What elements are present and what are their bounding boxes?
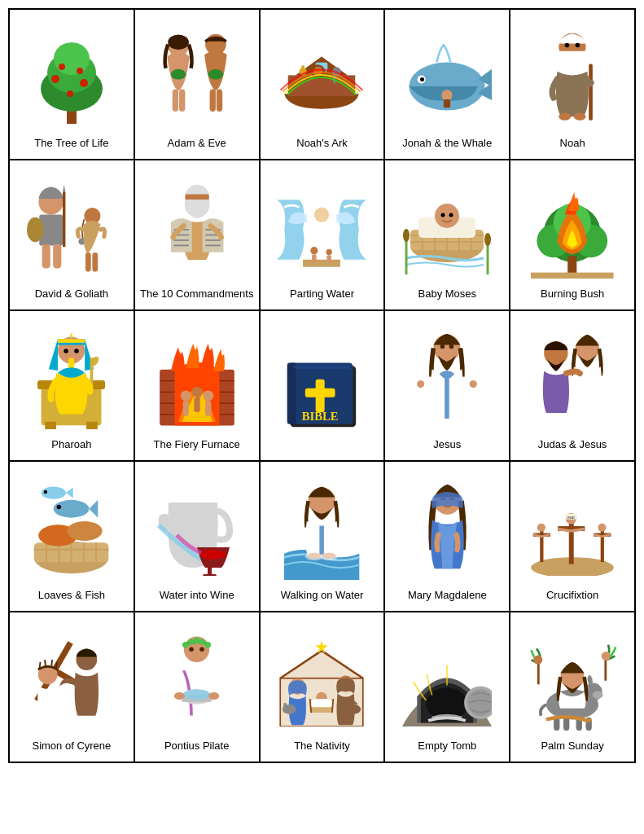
image-simon-cyrene bbox=[13, 629, 130, 735]
svg-point-34 bbox=[586, 52, 601, 61]
cell-nativity[interactable]: The Nativity bbox=[261, 612, 386, 763]
cell-fiery-furnace[interactable]: The Fiery Furnace bbox=[135, 311, 261, 462]
label-burning-bush: Burning Bush bbox=[541, 288, 604, 301]
svg-point-15 bbox=[208, 68, 222, 79]
svg-point-3 bbox=[54, 42, 90, 75]
label-palm-sunday: Palm Sunday bbox=[541, 740, 603, 753]
svg-point-179 bbox=[199, 639, 204, 645]
cell-jonah-whale[interactable]: Jonah & the Whale bbox=[385, 10, 510, 160]
svg-point-177 bbox=[189, 639, 195, 645]
svg-point-139 bbox=[67, 521, 103, 541]
svg-point-178 bbox=[194, 638, 199, 643]
svg-rect-42 bbox=[42, 244, 50, 269]
cell-noah[interactable]: Noah bbox=[510, 10, 636, 160]
svg-rect-21 bbox=[302, 66, 305, 73]
svg-point-185 bbox=[183, 689, 210, 700]
label-mary-magdalene: Mary Magdalene bbox=[408, 589, 487, 603]
svg-point-217 bbox=[602, 652, 611, 661]
svg-point-143 bbox=[44, 490, 47, 494]
label-adam-eve: Adam & Eve bbox=[168, 137, 226, 151]
image-jonah-whale bbox=[388, 26, 506, 132]
svg-point-96 bbox=[75, 349, 80, 353]
svg-point-95 bbox=[64, 349, 69, 353]
svg-point-141 bbox=[57, 505, 61, 509]
cell-noahs-ark[interactable]: Noah's Ark bbox=[261, 10, 386, 160]
cell-loaves-fish[interactable]: Loaves & Fish bbox=[10, 462, 135, 612]
cell-david-goliath[interactable]: David & Goliath bbox=[10, 160, 135, 311]
svg-rect-90 bbox=[46, 422, 57, 429]
image-walking-water bbox=[264, 478, 381, 584]
image-palm-sunday bbox=[514, 629, 631, 735]
image-noahs-ark bbox=[264, 26, 381, 132]
svg-point-123 bbox=[440, 345, 445, 349]
label-empty-tomb: Empty Tomb bbox=[418, 740, 476, 753]
cell-simon-cyrene[interactable]: Simon of Cyrene bbox=[10, 612, 135, 763]
svg-point-61 bbox=[311, 247, 318, 254]
svg-point-63 bbox=[326, 249, 332, 255]
svg-point-127 bbox=[470, 380, 477, 388]
svg-point-181 bbox=[189, 647, 194, 652]
label-baby-moses: Baby Moses bbox=[418, 288, 477, 301]
image-david-goliath bbox=[13, 177, 130, 283]
svg-point-60 bbox=[314, 208, 329, 222]
svg-text:BIBLE: BIBLE bbox=[302, 410, 339, 423]
svg-rect-29 bbox=[444, 99, 450, 108]
cell-baby-moses[interactable]: Baby Moses bbox=[385, 160, 510, 311]
svg-point-182 bbox=[199, 647, 204, 652]
cell-mary-magdalene[interactable]: Mary Magdalene bbox=[385, 462, 510, 612]
cell-burning-bush[interactable]: Burning Bush bbox=[510, 160, 636, 311]
svg-point-79 bbox=[403, 229, 410, 242]
image-nativity bbox=[264, 629, 381, 735]
image-parting-water bbox=[264, 177, 381, 283]
svg-rect-145 bbox=[203, 574, 217, 576]
cell-parting-water[interactable]: Parting Water bbox=[261, 160, 386, 311]
cell-bible[interactable]: BIBLE bbox=[261, 311, 386, 462]
cell-adam-eve[interactable]: Adam & Eve bbox=[135, 10, 261, 160]
cell-walking-water[interactable]: Walking on Water bbox=[261, 462, 386, 612]
label-david-goliath: David & Goliath bbox=[35, 288, 108, 301]
svg-rect-195 bbox=[312, 699, 332, 707]
cell-tree-of-life[interactable]: The Tree of Life bbox=[10, 10, 135, 160]
svg-point-151 bbox=[321, 553, 339, 560]
label-crucifixion: Crucifixtion bbox=[546, 589, 598, 603]
cell-jesus[interactable]: Jesus bbox=[385, 311, 510, 462]
cell-water-wine[interactable]: Water into Wine bbox=[135, 462, 261, 612]
image-burning-bush bbox=[514, 177, 631, 283]
cell-pontius-pilate[interactable]: Pontius Pilate bbox=[135, 612, 261, 763]
cell-ten-commandments[interactable]: The 10 Commandments bbox=[135, 160, 261, 311]
label-jesus: Jesus bbox=[433, 438, 461, 452]
svg-rect-114 bbox=[205, 401, 211, 415]
image-pharoah bbox=[13, 327, 130, 433]
svg-point-180 bbox=[205, 642, 211, 647]
label-water-wine: Water into Wine bbox=[160, 589, 234, 603]
cell-judas-jesus[interactable]: Judas & Jesus bbox=[510, 311, 636, 462]
svg-point-10 bbox=[168, 34, 189, 49]
svg-point-77 bbox=[449, 213, 453, 217]
cell-empty-tomb[interactable]: Empty Tomb bbox=[385, 612, 510, 763]
svg-point-202 bbox=[348, 705, 361, 714]
svg-point-5 bbox=[80, 79, 88, 87]
svg-point-109 bbox=[181, 390, 191, 401]
svg-point-156 bbox=[537, 524, 545, 532]
svg-rect-210 bbox=[563, 717, 569, 730]
cell-pharoah[interactable]: Pharoah bbox=[10, 311, 135, 462]
label-loaves-fish: Loaves & Fish bbox=[38, 589, 105, 603]
page: The Tree of Life bbox=[0, 0, 644, 834]
svg-point-81 bbox=[484, 233, 491, 246]
image-ten-commandments bbox=[138, 177, 256, 283]
image-empty-tomb bbox=[388, 629, 506, 735]
cell-crucifixion[interactable]: INRI Crucifixtion bbox=[510, 462, 636, 612]
image-baby-moses bbox=[388, 177, 506, 283]
label-walking-water: Walking on Water bbox=[281, 589, 364, 603]
svg-point-124 bbox=[449, 345, 454, 349]
svg-rect-43 bbox=[53, 244, 61, 269]
image-tree-of-life bbox=[13, 26, 130, 132]
svg-rect-33 bbox=[589, 64, 593, 121]
svg-rect-87 bbox=[531, 273, 614, 279]
image-jesus bbox=[388, 327, 506, 433]
svg-rect-12 bbox=[172, 89, 177, 111]
svg-marker-41 bbox=[63, 185, 65, 191]
svg-point-111 bbox=[191, 386, 202, 397]
cell-palm-sunday[interactable]: Palm Sunday bbox=[510, 612, 636, 763]
svg-point-208 bbox=[593, 691, 603, 698]
